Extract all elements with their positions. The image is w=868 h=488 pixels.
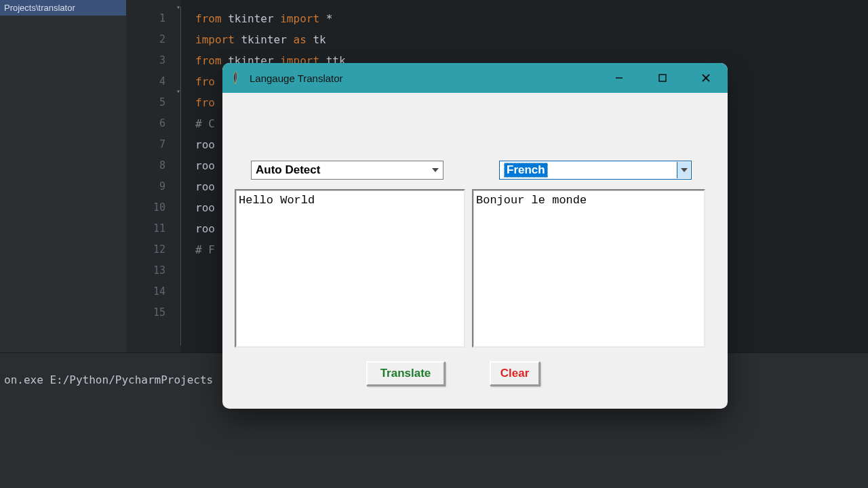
code-token: tkinter: [241, 33, 293, 46]
code-token: *: [326, 12, 333, 25]
line-number: 8: [126, 155, 180, 176]
translator-window: Langauge Translator Auto Detect French: [222, 63, 728, 409]
code-token: roo: [195, 201, 215, 214]
code-token: fro: [195, 96, 215, 109]
chevron-down-icon[interactable]: [429, 162, 442, 178]
code-token: roo: [195, 138, 215, 151]
window-title: Langauge Translator: [250, 73, 597, 84]
tk-feather-icon: [229, 68, 243, 87]
code-token: from: [195, 12, 228, 25]
maximize-button[interactable]: [641, 63, 684, 93]
svg-rect-2: [659, 75, 666, 81]
dest-language-combobox[interactable]: French: [499, 161, 692, 180]
line-number: 4: [126, 71, 180, 92]
svg-marker-5: [432, 168, 439, 172]
titlebar[interactable]: Langauge Translator: [222, 63, 728, 93]
line-number: 15: [126, 302, 180, 323]
line-number: 10: [126, 197, 180, 218]
code-token: import: [280, 12, 326, 25]
dest-text-output[interactable]: Bonjour le monde: [472, 189, 705, 348]
ide-sidebar: Projects\translator: [0, 0, 126, 352]
source-language-value: Auto Detect: [256, 163, 320, 177]
code-token: import: [195, 33, 241, 46]
line-number: 3: [126, 50, 180, 71]
project-path[interactable]: Projects\translator: [0, 0, 126, 16]
minimize-button[interactable]: [597, 63, 641, 93]
fold-icon[interactable]: ▾: [176, 88, 183, 95]
code-token: as: [294, 33, 313, 46]
code-token: roo: [195, 180, 215, 193]
window-body: Auto Detect French Hello World Bonjour l…: [222, 93, 728, 409]
code-token: # F: [195, 243, 215, 256]
source-language-combobox[interactable]: Auto Detect: [251, 161, 443, 180]
line-number: 1: [126, 8, 180, 29]
line-number: 11: [126, 218, 180, 239]
code-token: roo: [195, 159, 215, 172]
line-number: 14: [126, 281, 180, 302]
code-token: # C: [195, 117, 215, 130]
console-line: on.exe E:/Python/PycharmProjects: [4, 373, 213, 386]
clear-button[interactable]: Clear: [490, 361, 540, 386]
line-number: 6: [126, 113, 180, 134]
source-text-input[interactable]: Hello World: [235, 189, 465, 348]
dest-language-value: French: [504, 163, 548, 178]
chevron-down-icon[interactable]: [677, 162, 690, 178]
fold-icon[interactable]: ▾: [176, 4, 183, 11]
close-button[interactable]: [684, 63, 728, 93]
fold-guide: [180, 7, 181, 346]
code-token: fro: [195, 75, 215, 88]
line-number: 13: [126, 260, 180, 281]
line-number: 5: [126, 92, 180, 113]
code-token: tkinter: [228, 12, 280, 25]
code-token: roo: [195, 222, 215, 235]
translate-button[interactable]: Translate: [366, 361, 445, 386]
line-number: 2: [126, 29, 180, 50]
line-number: 12: [126, 239, 180, 260]
editor-gutter: 1 2 3 4 5 6 7 8 9 10 11 12 13 14 15: [126, 0, 180, 352]
svg-marker-6: [681, 168, 688, 172]
code-token: tk: [313, 33, 326, 46]
line-number: 9: [126, 176, 180, 197]
line-number: 7: [126, 134, 180, 155]
